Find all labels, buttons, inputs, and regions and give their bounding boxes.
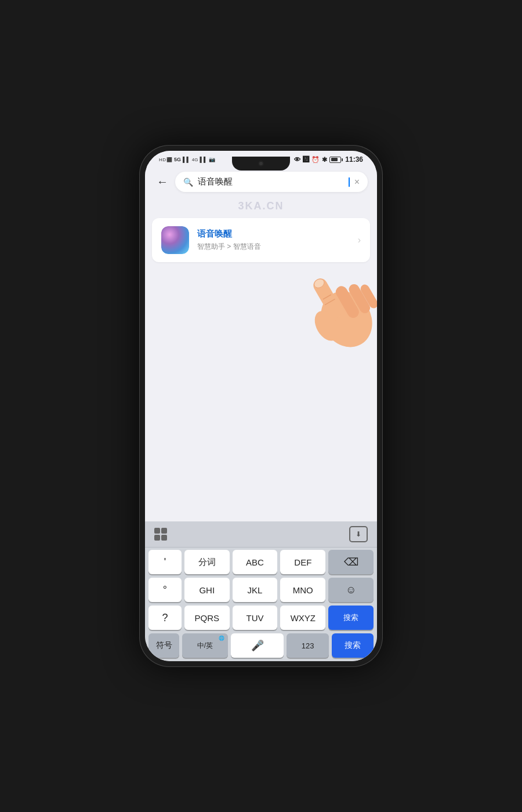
svg-point-0: [311, 282, 377, 357]
svg-point-1: [310, 307, 344, 345]
time-display: 11:36: [345, 155, 363, 164]
keyboard-grid-button[interactable]: [154, 528, 167, 541]
key-backspace[interactable]: ⌫: [328, 550, 374, 574]
result-text-block: 语音唤醒 智慧助手 > 智慧语音: [197, 229, 350, 252]
search-area: ← 🔍 语音唤醒 ×: [145, 166, 377, 199]
clear-button[interactable]: ×: [354, 177, 360, 187]
svg-line-7: [325, 299, 335, 305]
keyboard-rows: ' 分词 ABC DEF ⌫ ° GHI JKL MNO ☺ ? P: [145, 548, 377, 661]
back-button[interactable]: ←: [154, 173, 171, 191]
key-jkl[interactable]: JKL: [233, 578, 278, 602]
keyboard-area: ⬇ ' 分词 ABC DEF ⌫ ° GHI JKL MNO: [145, 521, 377, 661]
grid-cell-4: [161, 535, 167, 541]
grid-cell-3: [154, 535, 160, 541]
key-punct-period[interactable]: °: [148, 578, 182, 602]
svg-point-8: [313, 277, 326, 289]
key-mno[interactable]: MNO: [280, 578, 325, 602]
svg-line-6: [323, 295, 331, 299]
svg-rect-3: [334, 284, 361, 320]
result-title: 语音唤醒: [197, 229, 350, 240]
key-mic[interactable]: 🎤: [231, 633, 284, 658]
results-area: 语音唤醒 智慧助手 > 智慧语音 ›: [145, 213, 377, 521]
key-search-confirm[interactable]: 搜索: [332, 633, 374, 658]
cursor: [349, 177, 350, 187]
key-lang[interactable]: 🌐 中/英: [182, 633, 228, 658]
key-search-right[interactable]: 搜索: [328, 606, 374, 630]
status-left-icons: HD⬛ 5G ▌▌ 4G ▌▌ 📷: [159, 157, 215, 162]
key-row-3: ? PQRS TUV WXYZ 搜索: [148, 606, 374, 630]
key-fenci[interactable]: 分词: [184, 550, 230, 574]
key-def[interactable]: DEF: [280, 550, 325, 574]
key-emoji[interactable]: ☺: [328, 578, 374, 602]
watermark: 3KA.CN: [145, 199, 377, 213]
battery-icon: [329, 157, 341, 163]
app-icon-gradient: [161, 226, 189, 254]
svg-rect-4: [347, 282, 372, 316]
keyboard-hide-button[interactable]: ⬇: [349, 526, 368, 542]
key-wxyz[interactable]: WXYZ: [280, 606, 325, 630]
search-query-text[interactable]: 语音唤醒: [198, 176, 343, 187]
search-icon: 🔍: [183, 177, 193, 187]
phone-frame: HD⬛ 5G ▌▌ 4G ▌▌ 📷 👁 🅽 ⏰ ✱ 11:36 ←: [139, 145, 383, 667]
result-subtitle: 智慧助手 > 智慧语音: [197, 242, 350, 252]
key-ghi[interactable]: GHI: [184, 578, 230, 602]
notch: [232, 157, 290, 171]
key-punct-question[interactable]: ?: [148, 606, 182, 630]
key-row-4: 符号 🌐 中/英 🎤 123 搜索: [148, 633, 374, 658]
key-tuv[interactable]: TUV: [233, 606, 278, 630]
key-row-1: ' 分词 ABC DEF ⌫: [148, 550, 374, 574]
key-pqrs[interactable]: PQRS: [184, 606, 230, 630]
app-icon: [161, 226, 189, 254]
key-abc[interactable]: ABC: [233, 550, 278, 574]
svg-rect-2: [311, 276, 345, 321]
result-card[interactable]: 语音唤醒 智慧助手 > 智慧语音 ›: [152, 218, 370, 262]
svg-rect-5: [359, 283, 377, 310]
key-punct-comma[interactable]: ': [148, 550, 182, 574]
keyboard-toolbar: ⬇: [145, 521, 377, 548]
search-bar[interactable]: 🔍 语音唤醒 ×: [175, 172, 368, 192]
key-numbers[interactable]: 123: [287, 633, 328, 658]
key-punct-exclaim[interactable]: 符号: [148, 633, 179, 658]
status-right-icons: 👁 🅽 ⏰ ✱ 11:36: [294, 155, 363, 164]
grid-cell-1: [154, 528, 160, 534]
phone-screen: HD⬛ 5G ▌▌ 4G ▌▌ 📷 👁 🅽 ⏰ ✱ 11:36 ←: [145, 151, 377, 661]
camera: [258, 161, 264, 166]
result-arrow: ›: [358, 235, 361, 245]
key-row-2: ° GHI JKL MNO ☺: [148, 578, 374, 602]
grid-cell-2: [161, 528, 167, 534]
